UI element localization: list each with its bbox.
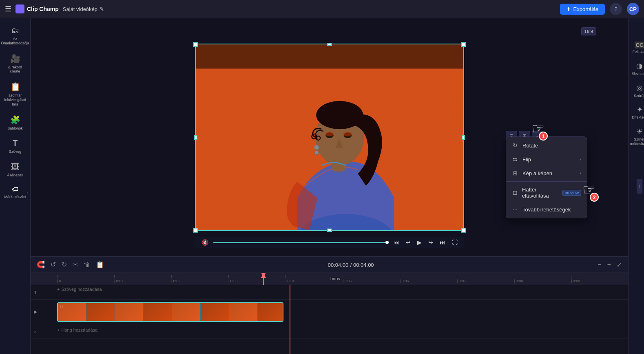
audio-track-label: ♪ — [31, 329, 57, 334]
video-thumb-4 — [144, 303, 172, 321]
resize-handle-top[interactable] — [327, 43, 332, 46]
video-thumb-1: ⏸ — [58, 303, 86, 321]
video-clip-strip[interactable]: ⏸ — [57, 302, 283, 322]
sidebar-item-review[interactable]: 📋 ásomtár felülvizsgálati tára — [1, 79, 29, 110]
right-sidebar-item-captions[interactable]: CC Feliratok — [629, 39, 644, 57]
right-sidebar-item-adjust[interactable]: ✦ Effektsok — [629, 102, 644, 123]
flip-label: Flip — [522, 156, 531, 163]
pip-menu-icon: ⊞ — [512, 170, 518, 176]
sidebar-collapse-button[interactable]: › — [637, 179, 642, 193]
text-track-label: T — [31, 290, 57, 295]
fit-button[interactable]: ⤢ — [615, 259, 623, 270]
timeline-area: 🧲 ↺ ↻ ✂ 🗑 📋 00:04.00 / 00:04.00 − + ⤢ — [31, 256, 628, 354]
timeline-zoom-controls: − + ⤢ — [596, 259, 623, 270]
video-track-content[interactable]: ⏸ — [57, 300, 628, 324]
cut-button[interactable]: ✂ — [71, 259, 79, 270]
add-text-button[interactable]: + Szöveg hozzáadása — [57, 287, 102, 292]
bg-remove-item-left: ⊡ Háttér eltávolítása — [512, 187, 562, 199]
rewind-button[interactable]: ↩ — [404, 238, 412, 246]
playhead[interactable] — [263, 273, 264, 285]
help-button[interactable]: ? — [610, 3, 622, 15]
context-menu-item-pip[interactable]: ⊞ Kép a képen › — [506, 166, 587, 180]
rotate-label: Rotate — [522, 143, 538, 149]
skip-forward-button[interactable]: ⏭ — [438, 238, 447, 246]
topbar-right: ⬆ Exportálás ? CP — [560, 3, 639, 15]
timeline-toolbar: 🧲 ↺ ↻ ✂ 🗑 📋 00:04.00 / 00:04.00 − + ⤢ — [31, 257, 628, 273]
undo-button[interactable]: ↺ — [49, 259, 57, 270]
video-thumb-7 — [229, 303, 258, 321]
assets-icon: 🖼 — [11, 162, 19, 172]
ruler-mark-9: | 0:09 — [571, 275, 628, 283]
ruler-mark-5: | 0:05 — [343, 275, 400, 283]
filters-icon: ◎ — [636, 84, 643, 92]
add-audio-button[interactable]: + Hang hozzáadása — [57, 328, 97, 332]
zoom-out-button[interactable]: − — [596, 260, 602, 270]
sidebar-item-templates-label: Sablonok — [7, 126, 23, 131]
right-sidebar-item-filters[interactable]: ◎ Szűrők — [629, 81, 644, 101]
video-thumb-8 — [258, 303, 283, 321]
playback-progress[interactable] — [213, 242, 389, 243]
cursor-badge-2: 2 — [590, 193, 599, 202]
resize-handle-bottom[interactable] — [327, 229, 332, 232]
aspect-ratio-button[interactable]: 16:9 — [581, 27, 596, 35]
timeline-time-display: 00:04.00 / 00:04.00 — [328, 261, 374, 268]
context-menu-item-bg-remove[interactable]: ⊡ Háttér eltávolítása preview — [506, 183, 587, 202]
right-sidebar-item-color[interactable]: ☀ Színek módosítása — [629, 124, 644, 149]
context-menu-item-more[interactable]: ··· További lehetőségek — [506, 202, 587, 216]
ruler-mark-6: | 0:06 — [400, 275, 457, 283]
brand-icon: 🏷 — [12, 186, 18, 193]
timeline-ruler: | 0 | 0:01 | 0:02 | 0:03 | 0:04 — [31, 273, 628, 285]
text-icon: T — [13, 139, 18, 148]
play-button[interactable]: ▶ — [416, 238, 423, 246]
resize-handle-left[interactable] — [194, 135, 197, 140]
rotate-item-left: ↻ Rotate — [512, 142, 538, 149]
audio-track-content[interactable]: + Hang hozzáadása — [57, 324, 628, 339]
resize-handle-right[interactable] — [462, 135, 465, 140]
resize-handle-br[interactable] — [461, 228, 466, 233]
sidebar-item-templates[interactable]: 🧩 Sablonok — [1, 112, 29, 134]
ruler-label-4: | 0:04 — [285, 279, 294, 283]
boos-marker: boos — [330, 276, 340, 281]
delete-button[interactable]: 🗑 — [82, 260, 91, 270]
export-button[interactable]: ⬆ Exportálás — [560, 4, 605, 15]
sidebar-item-assets[interactable]: 🖼 Ásénezek — [1, 159, 29, 181]
ruler-label-7: | 0:07 — [457, 279, 466, 283]
sidebar-item-brand[interactable]: 🏷 Márkakészlet › — [1, 182, 29, 202]
ruler-mark-2: | 0:02 — [171, 275, 228, 283]
resize-handle-tl[interactable] — [193, 42, 198, 47]
ruler-label-2: | 0:02 — [171, 279, 180, 283]
text-track-content[interactable]: + Szöveg hozzáadása — [57, 285, 628, 299]
timeline-tracks: T + Szöveg hozzáadása ▶ — [31, 285, 628, 354]
text-track-row: T + Szöveg hozzáadása — [31, 285, 628, 300]
context-menu-item-rotate[interactable]: ↻ Rotate — [506, 139, 587, 152]
fast-forward-button[interactable]: ↪ — [427, 238, 435, 246]
ruler-tick-5 — [343, 275, 343, 278]
magnet-tool-button[interactable]: 🧲 — [35, 259, 46, 270]
edit-icon[interactable]: ✎ — [100, 6, 104, 12]
ruler-mark-7: | 0:07 — [457, 275, 514, 283]
time-separator: / — [350, 262, 353, 268]
fullscreen-button[interactable]: ⛶ — [450, 238, 459, 246]
rotate-icon: ↻ — [512, 142, 518, 149]
record-icon: 🎥 — [10, 54, 20, 64]
duplicate-button[interactable]: 📋 — [95, 259, 105, 270]
skip-back-button[interactable]: ⏮ — [392, 238, 401, 246]
ruler-label-9: | 0:09 — [571, 279, 580, 283]
hamburger-menu-button[interactable]: ☰ — [5, 4, 11, 13]
playback-scrubber[interactable] — [385, 241, 389, 244]
video-track-icon: ▶ — [34, 309, 37, 314]
add-audio-plus-icon: + — [57, 328, 60, 332]
zoom-in-button[interactable]: + — [606, 260, 612, 270]
pip-arrow-icon: › — [580, 170, 581, 176]
sidebar-item-media[interactable]: 🗂 Az Önadathordozója — [1, 22, 29, 49]
redo-button[interactable]: ↻ — [60, 259, 68, 270]
bg-remove-label: Háttér eltávolítása — [522, 187, 562, 199]
context-menu-item-flip[interactable]: ⇆ Flip › — [506, 152, 587, 166]
resize-handle-tr[interactable] — [461, 42, 466, 47]
sidebar-item-text[interactable]: T Szöveg — [1, 135, 29, 157]
sidebar-item-record[interactable]: 🎥 & rekord create — [1, 51, 29, 77]
right-sidebar-item-effects[interactable]: ◑ Élezhetés — [629, 59, 644, 79]
user-avatar-button[interactable]: CP — [627, 3, 639, 15]
mute-button[interactable]: 🔇 — [200, 238, 210, 246]
resize-handle-bl[interactable] — [193, 228, 198, 233]
